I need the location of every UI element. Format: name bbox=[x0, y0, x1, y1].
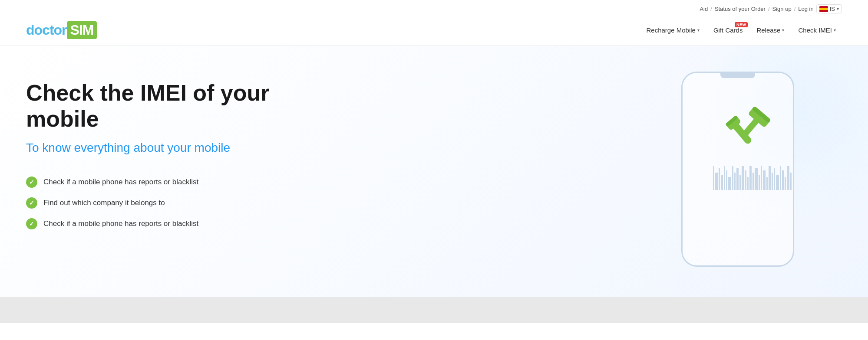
site-header: Aid / Status of your Order / Sign up / L… bbox=[0, 0, 868, 46]
main-nav: Recharge Mobile ▾ NEW Gift Cards Release… bbox=[640, 23, 842, 37]
lang-code: IS bbox=[830, 6, 835, 12]
feature-item-3: ✓ Check if a mobile phone has reports or… bbox=[26, 218, 330, 229]
logo-sim: SIM bbox=[67, 21, 97, 39]
hero-section: Check the IMEI of your mobile To know ev… bbox=[0, 46, 868, 297]
chevron-down-icon: ▾ bbox=[697, 28, 700, 33]
feature-text-1: Check if a mobile phone has reports or b… bbox=[43, 178, 198, 186]
feature-text-2: Find out which company it belongs to bbox=[43, 199, 165, 207]
check-icon-1: ✓ bbox=[26, 177, 37, 188]
phone-outline bbox=[681, 72, 794, 267]
feature-item-1: ✓ Check if a mobile phone has reports or… bbox=[26, 177, 330, 188]
check-icon-3: ✓ bbox=[26, 218, 37, 229]
flag-icon bbox=[819, 6, 828, 12]
nav-status[interactable]: Status of your Order bbox=[715, 6, 766, 12]
chevron-down-icon: ▾ bbox=[834, 28, 836, 33]
chevron-down-icon: ▾ bbox=[782, 28, 784, 33]
nav-check-imei-label: Check IMEI bbox=[798, 26, 832, 34]
hero-title: Check the IMEI of your mobile bbox=[26, 80, 330, 132]
phone-notch bbox=[720, 73, 755, 78]
barcode bbox=[713, 164, 792, 190]
chevron-down-icon: ▾ bbox=[837, 7, 839, 11]
logo-link[interactable]: doctorSIM bbox=[26, 21, 97, 39]
header-top-nav: Aid / Status of your Order / Sign up / L… bbox=[26, 0, 842, 16]
separator-1: / bbox=[710, 6, 712, 12]
nav-gift-cards-label: Gift Cards bbox=[713, 26, 743, 34]
header-bottom-nav: doctorSIM Recharge Mobile ▾ NEW Gift Car… bbox=[26, 16, 842, 45]
nav-check-imei[interactable]: Check IMEI ▾ bbox=[792, 23, 842, 37]
tools-icon bbox=[724, 103, 780, 151]
phone-inner bbox=[706, 103, 798, 190]
feature-text-3: Check if a mobile phone has reports or b… bbox=[43, 219, 198, 228]
phone-illustration bbox=[668, 63, 807, 271]
nav-aid[interactable]: Aid bbox=[700, 6, 708, 12]
nav-recharge-mobile[interactable]: Recharge Mobile ▾ bbox=[640, 23, 706, 37]
lang-selector[interactable]: IS ▾ bbox=[816, 4, 842, 13]
feature-item-2: ✓ Find out which company it belongs to bbox=[26, 197, 330, 209]
hero-content: Check the IMEI of your mobile To know ev… bbox=[26, 72, 330, 229]
feature-list: ✓ Check if a mobile phone has reports or… bbox=[26, 177, 330, 229]
nav-signup[interactable]: Sign up bbox=[772, 6, 792, 12]
nav-release-label: Release bbox=[756, 26, 780, 34]
logo-doctor: doctor bbox=[26, 22, 67, 38]
check-icon-2: ✓ bbox=[26, 197, 37, 209]
separator-3: / bbox=[794, 6, 796, 12]
hero-subtitle: To know everything about your mobile bbox=[26, 141, 330, 155]
nav-release[interactable]: Release ▾ bbox=[750, 23, 790, 37]
separator-2: / bbox=[768, 6, 770, 12]
footer-bg bbox=[0, 297, 868, 323]
nav-gift-cards[interactable]: NEW Gift Cards bbox=[707, 23, 749, 37]
nav-recharge-mobile-label: Recharge Mobile bbox=[647, 26, 696, 34]
nav-login[interactable]: Log in bbox=[798, 6, 813, 12]
new-badge: NEW bbox=[735, 22, 748, 27]
